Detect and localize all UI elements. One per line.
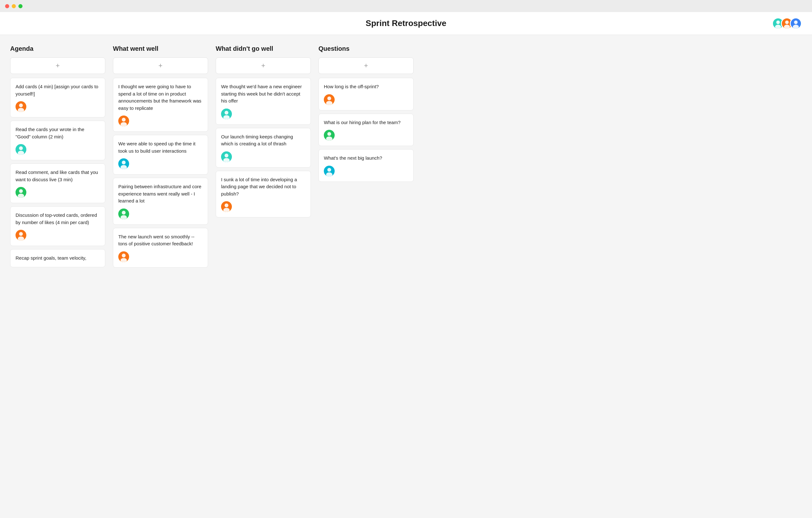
board: Agenda+Add cards (4 min) [assign your ca… <box>0 35 812 281</box>
card-text: The new launch went so smoothly -- tons … <box>118 233 203 248</box>
svg-point-49 <box>327 168 331 172</box>
card: I thought we were going to have to spend… <box>113 78 208 132</box>
column-header-questions: Questions <box>318 45 414 52</box>
svg-point-46 <box>327 132 331 136</box>
card-avatar[interactable] <box>118 209 129 219</box>
svg-point-16 <box>19 189 23 193</box>
svg-point-34 <box>225 111 228 115</box>
card-text: What's the next big launch? <box>324 155 408 162</box>
column-header-what-didnt-go-well: What didn't go well <box>216 45 311 52</box>
card-text: Pairing between infrastructure and core … <box>118 183 203 205</box>
card-avatar[interactable] <box>16 230 26 241</box>
card-avatar[interactable] <box>221 109 232 119</box>
card-avatar[interactable] <box>118 251 129 262</box>
column-agenda: Agenda+Add cards (4 min) [assign your ca… <box>10 45 105 270</box>
svg-point-5 <box>784 24 790 29</box>
add-card-button-agenda[interactable]: + <box>10 57 105 74</box>
card-avatar[interactable] <box>221 201 232 212</box>
card: Discussion of top-voted cards, ordered b… <box>10 206 105 246</box>
svg-point-7 <box>794 20 798 24</box>
card-text: Read comment, and like cards that you wa… <box>16 169 100 183</box>
card: Pairing between infrastructure and core … <box>113 178 208 225</box>
column-what-didnt-go-well: What didn't go well+We thought we'd have… <box>216 45 311 221</box>
add-card-button-what-went-well[interactable]: + <box>113 57 208 74</box>
svg-point-4 <box>785 20 788 24</box>
card: Read comment, and like cards that you wa… <box>10 163 105 203</box>
column-header-what-went-well: What went well <box>113 45 208 52</box>
column-questions: Questions+How long is the off-sprint? Wh… <box>318 45 414 185</box>
card: Our launch timing keeps changing which i… <box>216 128 311 168</box>
card: We were able to speed up the time it too… <box>113 135 208 174</box>
svg-point-22 <box>122 118 125 121</box>
column-what-went-well: What went well+I thought we were going t… <box>113 45 208 271</box>
add-card-button-what-didnt-go-well[interactable]: + <box>216 57 311 74</box>
add-card-button-questions[interactable]: + <box>318 57 414 74</box>
card: How long is the off-sprint? <box>318 78 414 110</box>
svg-point-43 <box>327 97 331 100</box>
card-avatar[interactable] <box>324 130 335 141</box>
card: I sunk a lot of time into developing a l… <box>216 171 311 218</box>
card: What's the next big launch? <box>318 149 414 182</box>
column-header-agenda: Agenda <box>10 45 105 52</box>
card-text: Recap sprint goals, team velocity, <box>16 254 100 262</box>
card-avatar[interactable] <box>16 101 26 112</box>
svg-point-37 <box>225 154 228 158</box>
svg-point-8 <box>793 24 799 29</box>
card: The new launch went so smoothly -- tons … <box>113 228 208 268</box>
card-text: How long is the off-sprint? <box>324 83 408 90</box>
card-text: I thought we were going to have to spend… <box>118 83 203 112</box>
svg-point-10 <box>19 104 23 107</box>
card-avatar[interactable] <box>118 158 129 169</box>
page-title: Sprint Retrospective <box>366 19 446 28</box>
fullscreen-button[interactable] <box>19 4 23 8</box>
svg-point-31 <box>122 254 125 257</box>
svg-point-28 <box>122 211 125 215</box>
svg-point-1 <box>776 20 780 24</box>
card-text: I sunk a lot of time into developing a l… <box>221 176 306 198</box>
avatar-3[interactable] <box>790 18 802 29</box>
card-text: Our launch timing keeps changing which i… <box>221 133 306 147</box>
card-avatar[interactable] <box>118 115 129 126</box>
minimize-button[interactable] <box>12 4 16 8</box>
card-avatar[interactable] <box>16 187 26 198</box>
svg-point-40 <box>225 203 228 207</box>
card: Add cards (4 min) [assign your cards to … <box>10 78 105 117</box>
card: We thought we'd have a new engineer star… <box>216 78 311 125</box>
svg-point-19 <box>19 232 23 236</box>
card: Read the cards your wrote in the "Good" … <box>10 120 105 160</box>
svg-point-2 <box>775 24 781 29</box>
card-avatar[interactable] <box>221 152 232 162</box>
card-text: Add cards (4 min) [assign your cards to … <box>16 83 100 98</box>
card-avatar[interactable] <box>324 94 335 105</box>
close-button[interactable] <box>5 4 9 8</box>
header: Sprint Retrospective <box>0 12 812 35</box>
svg-point-25 <box>122 161 125 164</box>
card-text: We were able to speed up the time it too… <box>118 140 203 155</box>
card-text: We thought we'd have a new engineer star… <box>221 83 306 105</box>
card-text: What is our hiring plan for the team? <box>324 119 408 126</box>
card: What is our hiring plan for the team? <box>318 114 414 146</box>
titlebar <box>0 0 812 12</box>
svg-point-13 <box>19 146 23 150</box>
card-text: Read the cards your wrote in the "Good" … <box>16 126 100 140</box>
card: Recap sprint goals, team velocity, <box>10 249 105 267</box>
collaborators-avatars <box>772 18 802 29</box>
card-text: Discussion of top-voted cards, ordered b… <box>16 212 100 226</box>
card-avatar[interactable] <box>16 144 26 155</box>
card-avatar[interactable] <box>324 166 335 176</box>
